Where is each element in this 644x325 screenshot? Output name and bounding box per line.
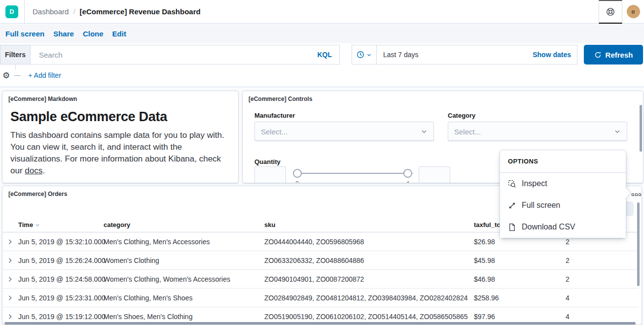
quantity-max-input[interactable] <box>419 166 450 183</box>
time-quick-select-button[interactable] <box>352 45 377 64</box>
time-header-label: Time <box>18 221 33 228</box>
cell-quantity: 2 <box>559 257 576 264</box>
cell-category: Men's Clothing, Men's Accessories <box>104 238 210 246</box>
search-input[interactable] <box>39 51 305 59</box>
cell-sku: ZO0519005190, ZO0610206102, ZO0514405144… <box>264 313 468 321</box>
quantity-min-input[interactable] <box>254 166 286 183</box>
menu-item-inspect[interactable]: Inspect <box>500 173 626 195</box>
panel-options-menu: OPTIONS Inspect Full screen Download CSV <box>500 150 626 237</box>
expand-row-button[interactable] <box>7 313 13 320</box>
expand-row-button[interactable] <box>7 294 13 301</box>
cell-category: Women's Clothing, Women's Accessories <box>104 275 230 283</box>
cell-time: Jun 5, 2019 @ 15:24:58.000 <box>18 275 106 283</box>
cell-price: $46.98 <box>474 275 495 283</box>
refresh-icon <box>594 51 602 59</box>
cell-time: Jun 5, 2019 @ 15:32:10.000 <box>18 238 106 246</box>
document-icon <box>508 223 516 231</box>
cell-price: $26.98 <box>474 238 495 246</box>
full-screen-link[interactable]: Full screen <box>1 30 49 38</box>
clone-link[interactable]: Clone <box>78 30 108 38</box>
table-row: Jun 5, 2019 @ 15:24:58.000 Women's Cloth… <box>2 270 639 289</box>
expand-row-button[interactable] <box>7 257 13 263</box>
category-placeholder: Select... <box>454 128 481 136</box>
add-filter-button[interactable]: + Add filter <box>28 71 61 79</box>
markdown-text-after: . <box>42 166 45 175</box>
cell-sku: ZO0633206332, ZO0488604886 <box>264 257 364 264</box>
category-select[interactable]: Select... <box>448 122 627 141</box>
manufacturer-label: Manufacturer <box>254 112 295 119</box>
sort-descending-icon <box>35 223 40 228</box>
cell-category: Men's Clothing, Men's Shoes <box>104 294 192 302</box>
menu-item-label: Inspect <box>522 179 547 188</box>
cell-price: $97.96 <box>474 313 495 321</box>
chevron-down-icon <box>421 128 428 135</box>
menu-item-label: Full screen <box>522 201 560 210</box>
boxes-horizontal-icon <box>639 194 641 196</box>
edit-link[interactable]: Edit <box>108 30 131 38</box>
cell-price: $258.96 <box>474 294 499 302</box>
orders-vertical-scrollbar[interactable] <box>637 202 640 286</box>
quantity-slider-handle-min[interactable] <box>293 169 302 178</box>
quantity-label: Quantity <box>254 158 281 165</box>
cell-time: Jun 5, 2019 @ 15:23:31.000 <box>18 294 106 302</box>
orders-horizontal-scrollbar[interactable] <box>4 322 636 325</box>
refresh-button[interactable]: Refresh <box>584 45 643 65</box>
manufacturer-placeholder: Select... <box>261 128 287 136</box>
manufacturer-select[interactable]: Select... <box>254 122 434 141</box>
help-icon <box>606 7 615 17</box>
controls-scrollbar[interactable] <box>640 105 642 152</box>
show-dates-button[interactable]: Show dates <box>533 51 571 59</box>
kql-switch[interactable]: KQL <box>317 51 332 59</box>
add-filter-row: ⚙ + Add filter <box>0 70 644 81</box>
cell-quantity: 2 <box>559 275 576 283</box>
menu-item-download-csv[interactable]: Download CSV <box>500 216 626 238</box>
header-actions: e <box>599 0 644 24</box>
cell-time: Jun 5, 2019 @ 15:19:12.000 <box>18 313 106 321</box>
cell-quantity: 2 <box>559 238 576 246</box>
help-button[interactable] <box>599 0 622 24</box>
filter-dash-divider <box>14 75 21 76</box>
expand-row-button[interactable] <box>7 276 13 282</box>
header-divider <box>24 0 25 24</box>
quantity-slider-handle-max[interactable] <box>403 169 412 178</box>
table-row: Jun 5, 2019 @ 15:23:31.000 Men's Clothin… <box>2 289 639 307</box>
clock-icon <box>357 51 364 59</box>
cell-sku: ZO0490104901, ZO0087200872 <box>264 275 364 283</box>
quantity-slider-range <box>297 173 408 174</box>
cell-time: Jun 5, 2019 @ 15:26:24.000 <box>18 257 106 264</box>
docs-link[interactable]: docs <box>25 166 42 175</box>
column-header-time[interactable]: Time <box>18 221 40 228</box>
boxes-horizontal-icon <box>635 194 638 196</box>
column-header-sku[interactable]: sku <box>264 221 275 228</box>
menu-item-full-screen[interactable]: Full screen <box>500 195 626 216</box>
refresh-label: Refresh <box>606 51 633 59</box>
markdown-heading: Sample eCommerce Data <box>10 109 230 125</box>
share-link[interactable]: Share <box>49 30 78 38</box>
time-range-value[interactable]: Last 7 days <box>383 51 419 59</box>
chevron-down-icon <box>366 52 372 58</box>
expand-row-button[interactable] <box>7 238 13 245</box>
user-avatar[interactable]: e <box>627 5 640 18</box>
query-bar: Filters KQL Last 7 days Show dates Refre… <box>0 45 644 65</box>
breadcrumb-separator: / <box>73 7 75 16</box>
markdown-panel: [eCommerce] Markdown Sample eCommerce Da… <box>2 91 239 183</box>
breadcrumb-dashboard[interactable]: Dashboard <box>33 7 69 16</box>
options-menu-title: OPTIONS <box>500 150 626 173</box>
cell-sku: ZO0444004440, ZO0596805968 <box>264 238 364 246</box>
filter-settings-gear-icon[interactable]: ⚙ <box>2 71 10 80</box>
page-title: [eCommerce] Revenue Dashboard <box>80 7 201 16</box>
cell-quantity: 4 <box>559 313 576 321</box>
dashboard-app-logo[interactable]: D <box>5 5 18 18</box>
cell-price: $45.98 <box>474 257 495 264</box>
cell-category: Women's Clothing <box>104 257 159 264</box>
cell-quantity: 4 <box>559 294 576 302</box>
breadcrumb: Dashboard / [eCommerce] Revenue Dashboar… <box>33 7 201 16</box>
column-header-category[interactable]: category <box>104 221 130 228</box>
chevron-down-icon <box>614 128 621 135</box>
filters-button[interactable]: Filters <box>0 45 31 65</box>
time-picker: Last 7 days Show dates <box>352 45 577 65</box>
panel-options-button[interactable] <box>630 191 642 198</box>
controls-panel-title: [eCommerce] Controls <box>243 91 643 102</box>
markdown-panel-title: [eCommerce] Markdown <box>2 91 238 102</box>
search-box: KQL <box>31 45 340 65</box>
